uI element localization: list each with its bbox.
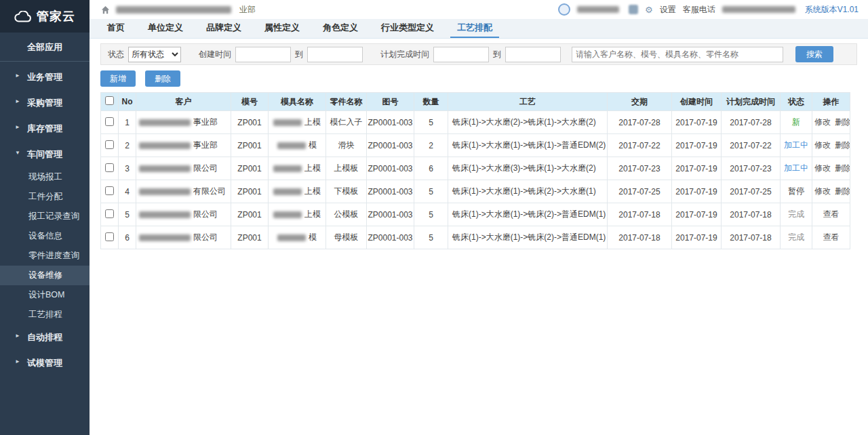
cell-no: 2 [119, 134, 136, 157]
sidebar-item-1[interactable]: 现场报工 [0, 167, 90, 187]
op-link-2[interactable]: 删除 [835, 117, 850, 127]
delete-button[interactable]: 删除 [145, 70, 180, 87]
add-button[interactable]: 新增 [100, 70, 136, 87]
chevron-right-icon: ► [15, 358, 20, 365]
sidebar-item-2[interactable]: 工件分配 [0, 187, 90, 207]
cell-mold-name: 上模 [269, 180, 326, 203]
sidebar-group-1[interactable]: ►业务管理 [0, 64, 90, 90]
op-link-2[interactable]: 删除 [835, 140, 850, 150]
search-button[interactable]: 搜索 [795, 46, 833, 62]
cell-mold-no: ZP001 [231, 203, 269, 226]
sidebar-group-label: 业务管理 [27, 72, 62, 82]
created-to-input[interactable] [307, 47, 363, 62]
op-link-1[interactable]: 修改 [814, 163, 831, 173]
user-avatar[interactable] [558, 3, 570, 16]
sidebar-group-4[interactable]: ▼车间管理 [0, 142, 90, 167]
op-link-1[interactable]: 修改 [814, 186, 831, 196]
settings-link[interactable]: 设置 [660, 4, 676, 16]
op-link-1[interactable]: 修改 [814, 117, 831, 127]
app-window: 管家云 全部应用 ►业务管理►采购管理►库存管理▼车间管理现场报工工件分配报工记… [0, 0, 868, 435]
op-link-2[interactable]: 删除 [835, 186, 850, 196]
content-area: 状态 所有状态 创建时间 到 计划完成时间 到 搜索 新增 删除 [90, 39, 868, 435]
op-link-1[interactable]: 查看 [823, 209, 840, 219]
sidebar-item-4[interactable]: 设备信息 [0, 226, 90, 246]
cell-created-date: 2017-07-19 [672, 203, 722, 226]
redacted-mold-name [273, 119, 302, 126]
tab-4[interactable]: 属性定义 [258, 19, 307, 38]
sidebar-group-2[interactable]: ►采购管理 [0, 90, 90, 116]
row-checkbox[interactable] [105, 163, 114, 172]
cell-no: 5 [119, 203, 136, 226]
op-link-1[interactable]: 查看 [823, 232, 840, 242]
tab-7[interactable]: 工艺排配 [450, 19, 499, 38]
cell-mold-no: ZP001 [231, 226, 269, 249]
cloud-icon [14, 11, 32, 22]
row-checkbox[interactable] [105, 209, 114, 218]
column-header-1: No [119, 93, 136, 111]
cell-quantity: 5 [414, 226, 448, 249]
cell-part-name: 母模板 [326, 226, 367, 249]
op-link-1[interactable]: 修改 [814, 140, 831, 150]
sidebar-group-label: 采购管理 [27, 98, 62, 108]
cell-drawing-no: ZP0001-003 [367, 111, 414, 134]
status-badge[interactable]: 加工中 [784, 140, 808, 150]
column-header-8: 工艺 [448, 93, 608, 111]
redacted-mold-name [277, 234, 306, 241]
row-checkbox[interactable] [105, 186, 114, 195]
chevron-right-icon: ► [15, 98, 20, 104]
created-from-input[interactable] [235, 47, 291, 62]
sidebar-group-label: 试模管理 [27, 358, 62, 368]
plan-to-input[interactable] [505, 47, 561, 62]
row-checkbox[interactable] [105, 140, 114, 149]
plan-from-input[interactable] [433, 47, 489, 62]
row-checkbox[interactable] [105, 117, 114, 126]
mold-name-suffix: 上模 [304, 186, 321, 196]
cell-created-date: 2017-07-19 [672, 134, 722, 157]
cell-mold-name: 模 [269, 134, 326, 157]
column-header-7: 数量 [414, 93, 448, 111]
topbar-right: ⚙ 设置 客服电话 系统版本V1.01 [558, 3, 859, 16]
customer-name-suffix: 有限公司 [193, 186, 226, 196]
breadcrumb-suffix: 业部 [239, 4, 256, 16]
sidebar-item-6[interactable]: 设备维修 [0, 266, 90, 285]
cell-plan-finish-date: 2017-07-28 [722, 111, 781, 134]
status-badge: 完成 [788, 232, 804, 242]
cell-drawing-no: ZP0001-003 [367, 157, 414, 180]
tab-3[interactable]: 品牌定义 [199, 19, 248, 38]
tab-5[interactable]: 角色定义 [316, 19, 365, 38]
sidebar-group-label: 库存管理 [27, 123, 62, 133]
breadcrumb: 业部 [100, 4, 256, 16]
status-select[interactable]: 所有状态 [128, 47, 181, 62]
sidebar-item-7[interactable]: 设计BOM [0, 285, 90, 305]
tab-2[interactable]: 单位定义 [141, 19, 190, 38]
table-row: 1事业部ZP001上模模仁入子ZP0001-0035铣床(1)->大水磨(2)-… [101, 111, 850, 134]
cell-mold-name: 模 [269, 226, 326, 249]
chevron-right-icon: ► [15, 124, 20, 130]
row-checkbox[interactable] [105, 232, 114, 241]
sidebar-group-6[interactable]: ►试模管理 [0, 350, 90, 376]
sidebar-item-5[interactable]: 零件进度查询 [0, 246, 90, 266]
cell-created-date: 2017-07-19 [672, 180, 722, 203]
cell-part-name: 模仁入子 [326, 111, 367, 134]
redacted-customer-name [139, 119, 191, 126]
op-link-2[interactable]: 删除 [835, 163, 850, 173]
cell-no: 6 [119, 226, 136, 249]
notification-icon[interactable] [629, 5, 638, 14]
home-icon[interactable] [100, 5, 111, 15]
status-badge[interactable]: 加工中 [784, 163, 808, 173]
cell-due-date: 2017-07-25 [608, 180, 672, 203]
filter-bar: 状态 所有状态 创建时间 到 计划完成时间 到 搜索 [100, 43, 857, 65]
status-badge: 暂停 [788, 186, 804, 196]
search-input[interactable] [572, 47, 783, 62]
sidebar-group-5[interactable]: ►自动排程 [0, 325, 90, 350]
sidebar-group-label: 车间管理 [27, 149, 62, 159]
tab-6[interactable]: 行业类型定义 [374, 19, 441, 38]
chevron-down-icon: ▼ [15, 150, 20, 156]
sidebar-group-3[interactable]: ►库存管理 [0, 116, 90, 142]
sidebar-item-8[interactable]: 工艺排程 [0, 305, 90, 325]
sidebar-item-3[interactable]: 报工记录查询 [0, 207, 90, 226]
redacted-phone-number [722, 6, 795, 13]
tab-1[interactable]: 首页 [100, 19, 132, 38]
cell-part-name: 公模板 [326, 203, 367, 226]
select-all-checkbox[interactable] [105, 96, 114, 105]
